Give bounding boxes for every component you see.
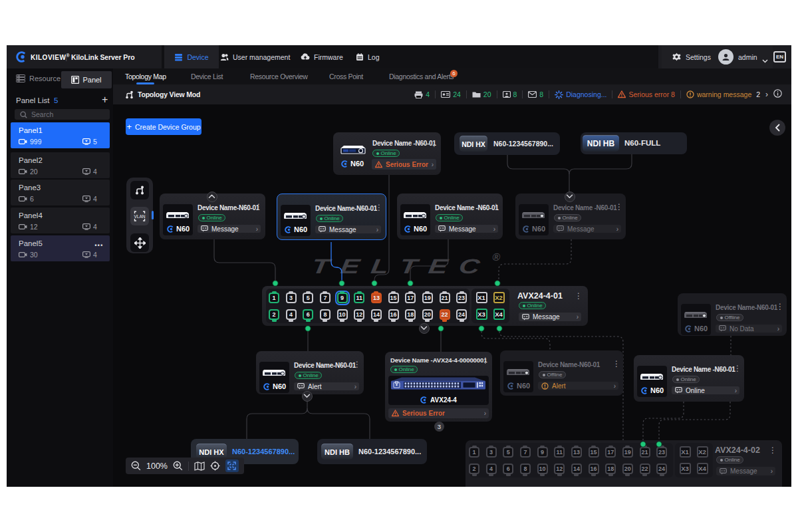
svg-text:VLAN: VLAN [134,214,146,219]
